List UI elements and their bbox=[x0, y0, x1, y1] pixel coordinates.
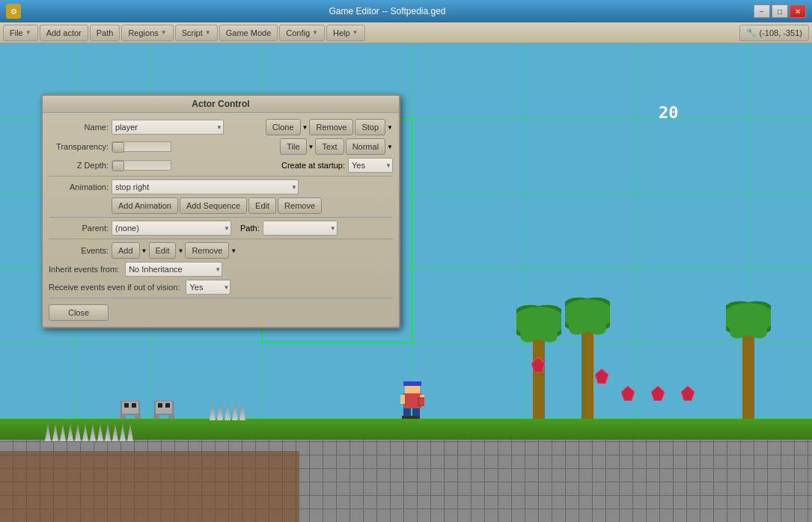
menu-file-label: File bbox=[10, 28, 23, 37]
receive-select[interactable]: Yes No bbox=[186, 280, 231, 295]
create-startup-select[interactable]: Yes No bbox=[348, 158, 393, 173]
palm-tree-2 bbox=[565, 269, 610, 419]
inherit-wrapper: No Inheritance ▼ bbox=[125, 262, 222, 277]
clone-arrow: ▼ bbox=[302, 124, 308, 131]
close-row: Close bbox=[49, 301, 393, 321]
normal-button[interactable]: Normal bbox=[346, 138, 385, 155]
name-label: Name: bbox=[49, 123, 109, 132]
zdepth-slider[interactable] bbox=[112, 160, 171, 171]
path-label: Path: bbox=[240, 224, 260, 233]
inherit-label: Inherit events from: bbox=[49, 265, 119, 274]
coords-display: 🔧 (-108, -351) bbox=[739, 25, 809, 41]
inherit-select[interactable]: No Inheritance bbox=[125, 262, 222, 277]
svg-rect-23 bbox=[121, 401, 139, 414]
spikes-right bbox=[210, 402, 245, 420]
remove-animation-button[interactable]: Remove bbox=[278, 197, 322, 214]
edit-event-button[interactable]: Edit bbox=[149, 242, 177, 259]
transparency-row: Transparency: Tile ▼ Text Normal ▼ bbox=[49, 138, 393, 155]
divider-2 bbox=[49, 217, 393, 218]
divider-4 bbox=[49, 298, 393, 298]
remove-event-button[interactable]: Remove bbox=[185, 242, 229, 259]
menu-game-mode-label: Game Mode bbox=[226, 28, 272, 37]
events-buttons: Add ▼ Edit ▼ Remove ▼ bbox=[112, 242, 236, 259]
parent-select[interactable]: (none) bbox=[112, 221, 231, 236]
path-select[interactable] bbox=[263, 221, 338, 236]
title-bar: ⚙ Game Editor -- Softpedia.ged − □ ✕ bbox=[0, 0, 812, 22]
menu-script-arrow: ▼ bbox=[205, 29, 211, 36]
add-animation-button[interactable]: Add Animation bbox=[112, 197, 178, 214]
events-label: Events: bbox=[49, 246, 109, 255]
tile-arrow: ▼ bbox=[308, 144, 314, 150]
menu-file[interactable]: File ▼ bbox=[3, 25, 38, 41]
divider-1 bbox=[49, 176, 393, 176]
coords-text: (-108, -351) bbox=[760, 28, 802, 37]
menu-regions-label: Regions bbox=[128, 28, 158, 37]
svg-marker-55 bbox=[681, 386, 695, 401]
svg-rect-45 bbox=[742, 325, 754, 419]
menu-add-actor[interactable]: Add actor bbox=[40, 25, 88, 41]
menu-help[interactable]: Help ▼ bbox=[326, 25, 365, 41]
animation-select[interactable]: stop right bbox=[112, 179, 299, 194]
dialog-title: Actor Control bbox=[43, 96, 399, 113]
add-sequence-button[interactable]: Add Sequence bbox=[180, 197, 247, 214]
actor-buttons: Clone ▼ Remove Stop ▼ bbox=[266, 119, 393, 135]
create-startup-row: Create at startup: Yes No ▼ bbox=[281, 158, 393, 173]
transparency-slider[interactable] bbox=[112, 141, 171, 152]
name-input[interactable] bbox=[112, 120, 224, 135]
receive-events-label: Receive events even if out of vision: bbox=[49, 283, 180, 292]
palm-tree-1 bbox=[516, 284, 561, 419]
menu-path[interactable]: Path bbox=[90, 25, 120, 41]
svg-rect-31 bbox=[153, 414, 159, 419]
game-area[interactable]: 20 Actor Control Name: ▼ Clone ▼ Remove … bbox=[0, 43, 812, 522]
add-event-button[interactable]: Add bbox=[112, 242, 140, 259]
svg-rect-30 bbox=[165, 403, 170, 408]
edit-animation-button[interactable]: Edit bbox=[248, 197, 276, 214]
receive-events-row: Receive events even if out of vision: Ye… bbox=[49, 280, 393, 295]
tile-button[interactable]: Tile bbox=[280, 138, 306, 155]
svg-marker-54 bbox=[651, 386, 665, 401]
svg-rect-24 bbox=[124, 403, 129, 408]
remove-button[interactable]: Remove bbox=[309, 119, 353, 135]
dialog-body: Name: ▼ Clone ▼ Remove Stop ▼ Transparen… bbox=[43, 113, 399, 327]
text-button[interactable]: Text bbox=[315, 138, 344, 155]
close-button[interactable]: ✕ bbox=[790, 4, 806, 18]
receive-wrapper: Yes No ▼ bbox=[186, 280, 231, 295]
svg-rect-28 bbox=[155, 401, 173, 414]
animation-row: Animation: stop right ▼ bbox=[49, 179, 393, 194]
menu-script[interactable]: Script ▼ bbox=[175, 25, 218, 41]
clone-button[interactable]: Clone bbox=[266, 119, 301, 135]
menu-regions[interactable]: Regions ▼ bbox=[121, 25, 173, 41]
gem-5 bbox=[681, 386, 695, 401]
name-row: Name: ▼ Clone ▼ Remove Stop ▼ bbox=[49, 119, 393, 135]
remove-event-arrow: ▼ bbox=[231, 248, 236, 254]
events-row: Events: Add ▼ Edit ▼ Remove ▼ bbox=[49, 242, 393, 259]
stop-button[interactable]: Stop bbox=[355, 119, 385, 135]
stop-arrow: ▼ bbox=[387, 124, 393, 131]
palm-tree-3 bbox=[726, 277, 771, 419]
minimize-button[interactable]: − bbox=[754, 4, 770, 18]
animation-label: Animation: bbox=[49, 182, 109, 191]
divider-3 bbox=[49, 239, 393, 239]
score-display: 20 bbox=[659, 103, 679, 122]
normal-arrow: ▼ bbox=[387, 144, 393, 150]
animation-buttons-row: Add Animation Add Sequence Edit Remove bbox=[49, 197, 393, 214]
menu-config[interactable]: Config ▼ bbox=[279, 25, 325, 41]
svg-marker-52 bbox=[595, 369, 608, 384]
parent-wrapper: (none) ▼ bbox=[112, 221, 231, 236]
edit-event-arrow: ▼ bbox=[177, 248, 183, 254]
menu-add-actor-label: Add actor bbox=[46, 28, 82, 37]
player-character bbox=[400, 381, 424, 419]
close-button[interactable]: Close bbox=[49, 304, 109, 321]
create-startup-wrapper: Yes No ▼ bbox=[348, 158, 393, 173]
dirt-patch bbox=[0, 451, 299, 522]
maximize-button[interactable]: □ bbox=[772, 4, 788, 18]
menu-game-mode[interactable]: Game Mode bbox=[219, 25, 278, 41]
svg-rect-16 bbox=[400, 395, 405, 404]
svg-rect-14 bbox=[403, 381, 421, 386]
spikes bbox=[45, 423, 133, 441]
parent-path-row: Parent: (none) ▼ Path: ▼ bbox=[49, 221, 393, 236]
robot-enemy-1 bbox=[120, 401, 141, 419]
svg-marker-51 bbox=[531, 357, 545, 372]
svg-rect-33 bbox=[533, 329, 545, 419]
gem-1 bbox=[531, 357, 545, 372]
